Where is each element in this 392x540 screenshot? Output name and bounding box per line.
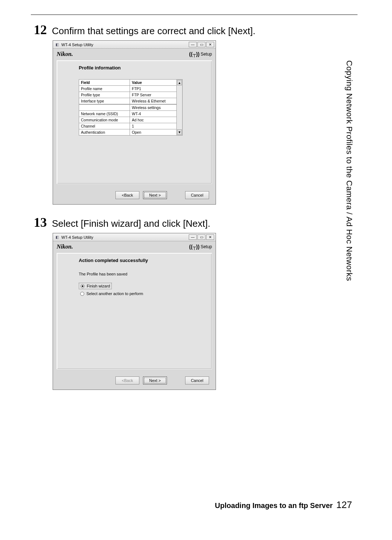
cell-value: FTP Server xyxy=(130,92,177,98)
dialog-action-completed: ◧ WT-4 Setup Utility — ▭ ✕ Nikon. ((┬)) … xyxy=(53,233,216,390)
radio-label: Select another action to perform xyxy=(86,291,143,296)
radio-label: Finish wizard xyxy=(87,284,110,288)
saved-message: The Profile has been saved xyxy=(79,272,207,276)
cell-value: WT-4 xyxy=(130,111,177,117)
profile-table-wrap: Field Value Profile nameFTP1 Profile typ… xyxy=(79,79,207,136)
dialog-body: Profile information Field Value Profile … xyxy=(57,60,212,184)
table-row: AuthenticationOpen xyxy=(79,129,177,136)
cell-value: FTP1 xyxy=(130,86,177,92)
window-title: WT-4 Setup Utility xyxy=(61,235,93,239)
cell-field: Interface type xyxy=(79,98,130,105)
cancel-button[interactable]: Cancel xyxy=(185,376,209,384)
cell-field: Profile type xyxy=(79,92,130,98)
cell-empty xyxy=(79,104,130,111)
section-title: Profile information xyxy=(79,65,207,70)
scroll-down-icon[interactable]: ▼ xyxy=(177,129,182,135)
brand-logo: Nikon. xyxy=(57,51,73,57)
table-row: Network name (SSID)WT-4 xyxy=(79,111,177,117)
cell-field: Network name (SSID) xyxy=(79,111,130,117)
profile-table: Field Value Profile nameFTP1 Profile typ… xyxy=(79,79,177,136)
dialog-button-row: <Back Next > Cancel xyxy=(53,373,216,390)
brand-row: Nikon. ((┬)) Setup xyxy=(53,49,216,60)
app-icon: ◧ xyxy=(54,235,60,240)
radio-another-action[interactable]: Select another action to perform xyxy=(79,291,207,297)
table-row: Channel1 xyxy=(79,123,177,129)
scroll-up-icon[interactable]: ▲ xyxy=(177,80,182,85)
cell-value: Ad hoc xyxy=(130,117,177,123)
cell-field: Profile name xyxy=(79,86,130,92)
minimize-button[interactable]: — xyxy=(189,234,197,240)
app-icon: ◧ xyxy=(54,42,60,47)
window-titlebar: ◧ WT-4 Setup Utility — ▭ ✕ xyxy=(53,41,216,49)
step-instruction: Select [Finish wizard] and click [Next]. xyxy=(52,218,210,229)
cell-subheader: Wireless settings xyxy=(130,104,177,111)
step-number: 12 xyxy=(31,22,47,37)
back-button[interactable]: <Back xyxy=(115,191,139,199)
minimize-button[interactable]: — xyxy=(189,42,197,47)
radio-icon xyxy=(80,292,84,296)
back-button: <Back xyxy=(115,376,139,384)
brand-row: Nikon. ((┬)) Setup xyxy=(53,241,216,253)
cancel-button[interactable]: Cancel xyxy=(185,191,209,199)
step-instruction: Confirm that settings are correct and cl… xyxy=(52,25,256,37)
next-button[interactable]: Next > xyxy=(143,376,167,384)
next-button[interactable]: Next > xyxy=(143,191,167,199)
page-number: 127 xyxy=(336,499,352,511)
cell-field: Authentication xyxy=(79,129,130,136)
page-footer: Uploading Images to an ftp Server 127 xyxy=(215,499,352,511)
cell-field: Communication mode xyxy=(79,117,130,123)
scrollbar[interactable]: ▲ ▼ xyxy=(177,79,183,136)
sidebar-section-title: Copying Network Profiles to the Camera /… xyxy=(344,60,354,281)
header-field: Field xyxy=(79,80,130,86)
manual-page: Copying Network Profiles to the Camera /… xyxy=(31,15,358,523)
header-value: Value xyxy=(130,80,177,86)
step-12: 12 Confirm that settings are correct and… xyxy=(31,22,358,37)
dialog-button-row: <Back Next > Cancel xyxy=(53,188,216,204)
antenna-icon: ((┬)) xyxy=(189,244,200,250)
cell-value: Wireless & Ethernet xyxy=(130,98,177,105)
footer-title: Uploading Images to an ftp Server xyxy=(215,501,333,510)
close-button[interactable]: ✕ xyxy=(206,42,214,47)
step-number: 13 xyxy=(31,215,47,230)
setup-logo: ((┬)) Setup xyxy=(189,51,212,57)
radio-icon xyxy=(81,284,85,288)
table-row: Interface typeWireless & Ethernet xyxy=(79,98,177,105)
setup-label: Setup xyxy=(201,52,212,57)
table-subheader-row: Wireless settings xyxy=(79,104,177,111)
table-row: Profile nameFTP1 xyxy=(79,86,177,92)
dialog-body: Action completed successfully The Profil… xyxy=(57,253,212,369)
window-titlebar: ◧ WT-4 Setup Utility — ▭ ✕ xyxy=(53,233,216,241)
setup-label: Setup xyxy=(201,244,212,249)
step-13: 13 Select [Finish wizard] and click [Nex… xyxy=(31,215,358,230)
brand-logo: Nikon. xyxy=(57,243,73,250)
table-row: Profile typeFTP Server xyxy=(79,92,177,98)
close-button[interactable]: ✕ xyxy=(206,234,214,240)
cell-value: 1 xyxy=(130,123,177,129)
maximize-button[interactable]: ▭ xyxy=(197,234,205,240)
section-title: Action completed successfully xyxy=(79,258,207,263)
table-row: Communication modeAd hoc xyxy=(79,117,177,123)
window-title: WT-4 Setup Utility xyxy=(61,43,93,47)
maximize-button[interactable]: ▭ xyxy=(197,42,205,47)
dialog-profile-information: ◧ WT-4 Setup Utility — ▭ ✕ Nikon. ((┬)) … xyxy=(53,40,216,205)
radio-finish-wizard[interactable]: Finish wizard xyxy=(79,283,112,289)
antenna-icon: ((┬)) xyxy=(189,51,200,57)
table-header-row: Field Value xyxy=(79,80,177,86)
cell-field: Channel xyxy=(79,123,130,129)
cell-value: Open xyxy=(130,129,177,136)
setup-logo: ((┬)) Setup xyxy=(189,244,212,250)
